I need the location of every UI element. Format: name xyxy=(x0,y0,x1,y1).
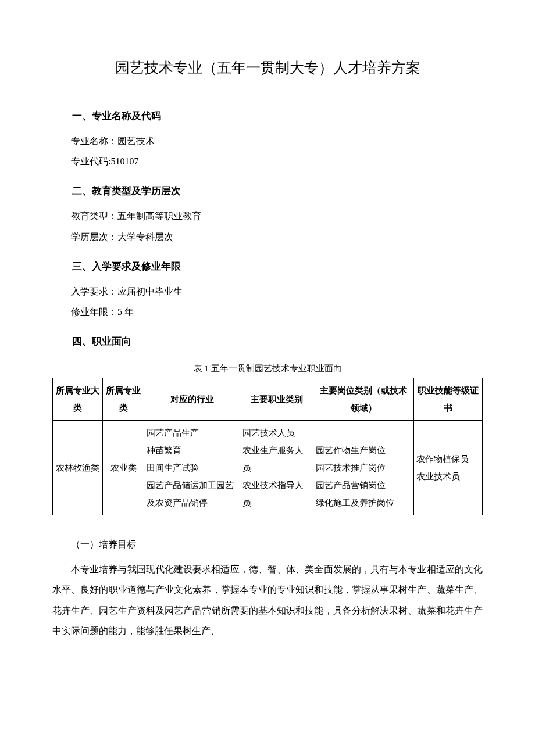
page-title: 园艺技术专业（五年一贯制大专）人才培养方案 xyxy=(52,58,483,77)
td-major-category: 农林牧渔类 xyxy=(53,421,103,515)
section3-line2: 修业年限：5 年 xyxy=(52,302,483,322)
th-certificate: 职业技能等级证书 xyxy=(414,378,483,421)
table-header-row: 所属专业大类 所属专业类 对应的行业 主要职业类别 主要岗位类别（或技术领域） … xyxy=(53,378,483,421)
section1-line1: 专业名称：园艺技术 xyxy=(52,131,483,151)
td-occupation: 园艺技术人员 农业生产服务人员 农业技术指导人员 xyxy=(240,421,313,515)
section2-line1: 教育类型：五年制高等职业教育 xyxy=(52,206,483,226)
td-certificate: 农作物植保员 农业技术员 xyxy=(414,421,483,515)
section3-line1: 入学要求：应届初中毕业生 xyxy=(52,281,483,302)
td-major-class: 农业类 xyxy=(103,421,144,515)
th-major-class: 所属专业类 xyxy=(103,378,144,421)
table-caption: 表 1 五年一贯制园艺技术专业职业面向 xyxy=(52,363,483,374)
td-industry: 园艺产品生产 种苗繁育 田间生产试验 园艺产品储运加工园艺及农资产品销停 xyxy=(144,421,240,515)
training-objective-paragraph: 本专业培养与我国现代化建设要求相适应，德、智、体、美全面发展的，具有与本专业相适… xyxy=(52,559,483,641)
career-table: 所属专业大类 所属专业类 对应的行业 主要职业类别 主要岗位类别（或技术领域） … xyxy=(52,378,483,515)
section1-line2: 专业代码:510107 xyxy=(52,151,483,171)
section2-heading: 二、教育类型及学历层次 xyxy=(52,184,483,198)
th-industry: 对应的行业 xyxy=(144,378,240,421)
section1-heading: 一、专业名称及代码 xyxy=(52,109,483,123)
td-position: 园艺作物生产岗位 园艺技术推广岗位 园艺产品营销岗位 绿化施工及养护岗位 xyxy=(313,421,414,515)
th-position: 主要岗位类别（或技术领域） xyxy=(313,378,414,421)
th-major-category: 所属专业大类 xyxy=(53,378,103,421)
section3-heading: 三、入学要求及修业年限 xyxy=(52,260,483,273)
th-occupation: 主要职业类别 xyxy=(240,378,313,421)
section4-heading: 四、职业面向 xyxy=(52,335,483,348)
section2-line2: 学历层次：大学专科层次 xyxy=(52,227,483,247)
sub-heading: （一）培养目标 xyxy=(52,539,483,551)
table-row: 农林牧渔类 农业类 园艺产品生产 种苗繁育 田间生产试验 园艺产品储运加工园艺及… xyxy=(53,421,483,515)
